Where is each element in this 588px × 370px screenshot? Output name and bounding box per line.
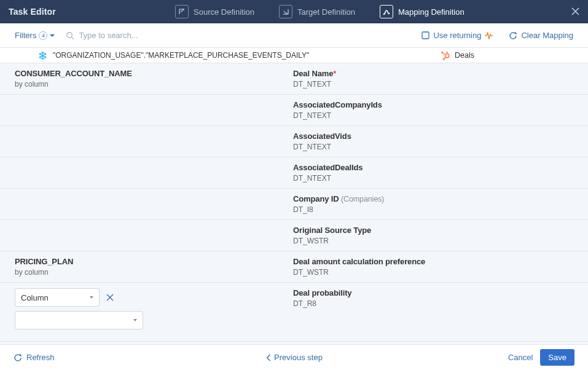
toolbar-right: Use returning Clear Mapping: [421, 31, 573, 40]
filters-label: Filters: [15, 31, 36, 40]
use-returning-label: Use returning: [433, 31, 481, 40]
target-icon: [279, 5, 292, 18]
checkbox-icon: [421, 31, 429, 39]
target-field-type: DT_WSTR: [293, 268, 582, 277]
clear-mapping-x-icon[interactable]: [106, 293, 114, 303]
previous-step-button[interactable]: Previous step: [265, 353, 323, 362]
source-field-name: PRICING_PLAN: [15, 257, 278, 266]
refresh-icon: [509, 31, 517, 40]
search-field: [66, 31, 421, 40]
previous-label: Previous step: [274, 353, 323, 362]
mapping-row[interactable]: PRICING_PLAN by column Deal amount calcu…: [0, 251, 588, 283]
mapping-row[interactable]: Original Source Type DT_WSTR: [0, 220, 588, 251]
hubspot-icon: [441, 50, 450, 60]
footer: Refresh Previous step Cancel Save: [0, 345, 588, 370]
save-button[interactable]: Save: [540, 349, 574, 366]
target-field-type: DT_NTEXT: [293, 143, 582, 151]
target-field-name: Deal amount calculation preference: [293, 257, 582, 266]
target-field-name: Deal Name*: [293, 69, 582, 78]
source-path-text: "ORGANIZATION_USAGE"."MARKETPLACE_PURCHA…: [53, 51, 309, 60]
header-tabs: Source Definition Target Definition Mapp…: [68, 5, 571, 18]
mapping-row-editing[interactable]: Column Deal probability DT_R8: [0, 283, 588, 342]
source-field-sub: by column: [15, 268, 278, 277]
mapping-icon: [380, 5, 393, 18]
clear-mapping-label: Clear Mapping: [521, 31, 573, 40]
tab-source-definition[interactable]: Source Definition: [175, 5, 254, 18]
target-field-name: Deal probability: [293, 288, 582, 297]
select-value: Column: [21, 293, 49, 302]
refresh-button[interactable]: Refresh: [14, 353, 55, 362]
source-target-row: "ORGANIZATION_USAGE"."MARKETPLACE_PURCHA…: [0, 48, 588, 63]
tab-target-definition[interactable]: Target Definition: [279, 5, 355, 18]
target-breadcrumb: Deals: [441, 50, 588, 60]
mapping-row[interactable]: AssociatedCompanyIds DT_NTEXT: [0, 95, 588, 126]
tab-mapping-definition[interactable]: Mapping Definition: [380, 5, 465, 18]
target-field-type: DT_I8: [293, 205, 582, 214]
mapping-row[interactable]: AssociatedDealIds DT_NTEXT: [0, 157, 588, 189]
toolbar: Filters 4 Use returning Clear Mapping: [0, 23, 588, 48]
mapping-type-select[interactable]: Column: [15, 288, 100, 307]
target-path-text: Deals: [455, 51, 474, 60]
svg-point-0: [383, 14, 385, 15]
pulse-icon: [485, 32, 493, 39]
svg-rect-3: [422, 32, 429, 39]
source-breadcrumb: "ORGANIZATION_USAGE"."MARKETPLACE_PURCHA…: [0, 51, 441, 60]
chevron-down-icon: [133, 319, 137, 321]
svg-point-6: [445, 53, 449, 57]
source-field-name: CONSUMER_ACCOUNT_NAME: [15, 69, 278, 78]
filters-count-badge: 4: [39, 31, 47, 40]
clear-mapping-button[interactable]: Clear Mapping: [509, 31, 573, 40]
app-title: Task Editor: [9, 7, 56, 17]
cancel-button[interactable]: Cancel: [508, 353, 533, 362]
column-select[interactable]: [15, 311, 143, 329]
mapping-body[interactable]: CONSUMER_ACCOUNT_NAME by column Deal Nam…: [0, 63, 588, 345]
target-field-name: AssociatedCompanyIds: [293, 100, 582, 109]
chevron-down-icon: [90, 296, 93, 299]
svg-point-2: [67, 32, 73, 37]
source-field-sub: by column: [15, 80, 278, 89]
target-field-type: DT_R8: [293, 299, 582, 308]
target-field-name: AssociatedDealIds: [293, 163, 582, 172]
snowflake-icon: [38, 51, 47, 60]
filters-button[interactable]: Filters 4: [15, 31, 55, 40]
svg-point-1: [388, 13, 390, 15]
target-field-type: DT_NTEXT: [293, 174, 582, 183]
target-field-name: Company ID (Companies): [293, 194, 582, 203]
tab-label: Mapping Definition: [398, 7, 465, 17]
refresh-icon: [14, 353, 22, 362]
use-returning-button[interactable]: Use returning: [421, 31, 493, 40]
target-field-type: DT_NTEXT: [293, 80, 582, 89]
tab-label: Target Definition: [297, 7, 355, 17]
header: Task Editor Source Definition Target Def…: [0, 0, 588, 23]
tab-label: Source Definition: [194, 7, 254, 17]
chevron-left-icon: [265, 354, 271, 361]
search-input[interactable]: [79, 31, 238, 40]
target-field-name: Original Source Type: [293, 226, 582, 235]
refresh-label: Refresh: [26, 353, 55, 362]
target-field-type: DT_WSTR: [293, 237, 582, 245]
search-icon: [66, 31, 74, 40]
mapping-row[interactable]: AssociatedVids DT_NTEXT: [0, 126, 588, 157]
target-field-name: AssociatedVids: [293, 132, 582, 141]
source-icon: [175, 5, 189, 18]
mapping-row[interactable]: CONSUMER_ACCOUNT_NAME by column Deal Nam…: [0, 63, 588, 95]
chevron-down-icon: [50, 34, 55, 37]
mapping-row[interactable]: Company ID (Companies) DT_I8: [0, 189, 588, 220]
close-icon[interactable]: [571, 6, 579, 18]
svg-rect-7: [446, 52, 447, 53]
target-field-type: DT_NTEXT: [293, 111, 582, 120]
